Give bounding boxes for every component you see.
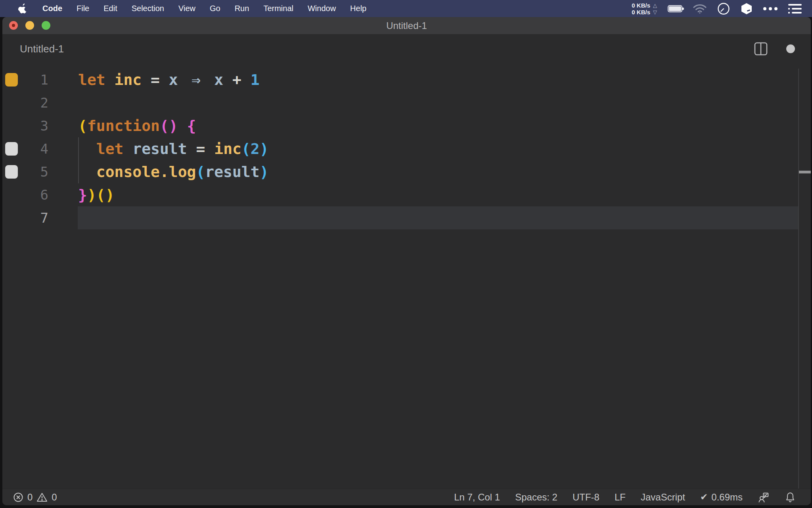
statusbar-right: Ln 7, Col 1Spaces: 2UTF-8LFJavaScript✔0.… [454, 491, 796, 503]
wifi-icon[interactable] [693, 4, 707, 14]
code-text: (function() { [78, 114, 196, 137]
statusbar-item-label: Ln 7, Col 1 [454, 492, 500, 503]
window-controls [9, 21, 50, 30]
net-up-label: 0 KB/s [632, 2, 650, 9]
vscode-window: Untitled-1 Untitled-1 1let inc = x ⇒ x +… [2, 17, 811, 505]
code-editor[interactable]: 1let inc = x ⇒ x + 123(function() {4 let… [2, 64, 811, 489]
problems-status[interactable]: 0 0 [13, 492, 57, 503]
network-speed-indicator[interactable]: 0 KB/s△ 0 KB/s▽ [632, 2, 657, 15]
menu-help[interactable]: Help [343, 4, 373, 13]
battery-icon[interactable] [668, 5, 682, 12]
warning-count: 0 [52, 492, 57, 503]
list-icon[interactable] [788, 4, 802, 14]
menu-selection[interactable]: Selection [124, 4, 171, 13]
status-bar: 0 0 Ln 7, Col 1Spaces: 2UTF-8LFJavaScrip… [2, 489, 811, 505]
indent-guide [78, 137, 79, 183]
statusbar-item-spaces-2[interactable]: Spaces: 2 [515, 492, 557, 503]
statusbar-item-utf-8[interactable]: UTF-8 [573, 492, 599, 503]
error-icon [13, 492, 23, 502]
line-number[interactable]: 2 [2, 91, 48, 114]
error-count: 0 [27, 492, 33, 503]
code-line-2[interactable]: 2 [2, 91, 811, 114]
code-lines: 1let inc = x ⇒ x + 123(function() {4 let… [2, 68, 811, 229]
statusbar-item-label: 0.69ms [711, 492, 743, 503]
close-button[interactable] [9, 21, 18, 30]
line-number[interactable]: 4 [2, 137, 48, 160]
editor-header: Untitled-1 [2, 34, 811, 64]
code-text: console.log(result) [78, 160, 269, 183]
statusbar-item-label: Spaces: 2 [515, 492, 557, 503]
window-title: Untitled-1 [386, 20, 427, 31]
statusbar-item-label: UTF-8 [573, 492, 599, 503]
current-line-highlight [78, 206, 799, 229]
code-line-4[interactable]: 4 let result = inc(2) [2, 137, 811, 160]
menu-terminal[interactable]: Terminal [256, 4, 301, 13]
statusbar-item-0-69ms[interactable]: ✔0.69ms [700, 492, 743, 503]
menu-edit[interactable]: Edit [96, 4, 124, 13]
menu-window[interactable]: Window [301, 4, 343, 13]
editor-tab-label[interactable]: Untitled-1 [20, 43, 64, 55]
menu-file[interactable]: File [69, 4, 96, 13]
code-text: let inc = x ⇒ x + 1 [78, 68, 260, 91]
clock-icon[interactable] [717, 2, 730, 15]
code-line-1[interactable]: 1let inc = x ⇒ x + 1 [2, 68, 811, 91]
menu-code[interactable]: Code [35, 4, 69, 13]
menu-view[interactable]: View [171, 4, 203, 13]
menubar-status-area: 0 KB/s△ 0 KB/s▽ [632, 2, 812, 15]
more-icon[interactable] [763, 7, 778, 10]
warning-icon [36, 492, 48, 502]
code-text: let result = inc(2) [78, 137, 269, 160]
zoom-button[interactable] [42, 21, 50, 30]
up-triangle-icon: △ [653, 2, 657, 9]
editor-actions [754, 42, 795, 56]
overview-ruler-mark [799, 171, 811, 173]
line-number[interactable]: 7 [2, 206, 48, 229]
menu-run[interactable]: Run [228, 4, 257, 13]
line-number[interactable]: 3 [2, 114, 48, 137]
feedback-icon[interactable] [758, 491, 770, 503]
code-line-7[interactable]: 7 [2, 206, 811, 229]
line-number[interactable]: 6 [2, 183, 48, 206]
net-down-label: 0 KB/s [632, 9, 650, 15]
app-menus: CodeFileEditSelectionViewGoRunTerminalWi… [35, 4, 373, 13]
line-number[interactable]: 5 [2, 160, 48, 183]
bell-icon[interactable] [785, 491, 796, 503]
code-line-6[interactable]: 6})() [2, 183, 811, 206]
statusbar-item-ln-7-col-1[interactable]: Ln 7, Col 1 [454, 492, 500, 503]
statusbar-item-label: LF [615, 492, 626, 503]
code-line-5[interactable]: 5 console.log(result) [2, 160, 811, 183]
menu-bar: CodeFileEditSelectionViewGoRunTerminalWi… [0, 0, 812, 17]
modified-dot-icon[interactable] [786, 44, 795, 53]
down-triangle-icon: ▽ [653, 9, 657, 15]
menu-go[interactable]: Go [203, 4, 228, 13]
statusbar-item-lf[interactable]: LF [615, 492, 626, 503]
minimize-button[interactable] [25, 21, 34, 30]
code-text: })() [78, 183, 115, 206]
overview-ruler-border [798, 69, 799, 489]
window-title-bar[interactable]: Untitled-1 [2, 17, 811, 34]
check-icon: ✔ [700, 492, 708, 502]
split-editor-icon[interactable] [754, 42, 768, 56]
apple-logo-icon[interactable] [18, 3, 27, 14]
code-line-3[interactable]: 3(function() { [2, 114, 811, 137]
statusbar-item-label: JavaScript [641, 492, 685, 503]
statusbar-item-javascript[interactable]: JavaScript [641, 492, 685, 503]
line-number[interactable]: 1 [2, 68, 48, 91]
cube-icon[interactable] [741, 3, 753, 15]
